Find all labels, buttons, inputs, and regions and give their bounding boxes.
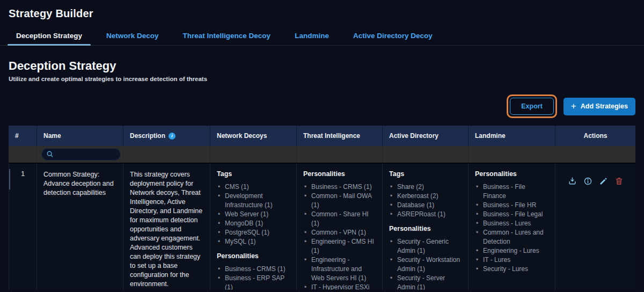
toolbar: Export + Add Strategies [9,94,635,119]
strategies-table: # Name Description i Network Decoys Thre… [9,126,635,290]
tab-threat-intelligence-decoy[interactable]: Threat Intelligence Decoy [174,29,280,45]
cell-list: Business - File FinanceBusiness - File H… [475,182,548,274]
cell-section-title: Personalities [217,252,290,260]
list-item: Kerberoast (2) [389,192,462,201]
row-active-directory-cell: TagsShare (2)Kerberoast (2)Database (1)A… [382,164,468,290]
list-item: Engineering - CMS HI (1) [303,237,376,256]
filter-slot-index [9,146,36,163]
list-item: IT - Hypervisor ESXi (1) [303,283,376,290]
export-button[interactable]: Export [510,98,554,115]
cell-list: Business - CRMS (1)Business - ERP SAP (1… [217,265,290,290]
cell-section-title: Personalities [389,225,462,232]
list-item: Security - Server Admin (1) [389,274,462,290]
cell-list: Share (2)Kerberoast (2)Database (1)ASREP… [389,182,462,219]
list-item: ASREPRoast (1) [389,210,462,219]
list-item: Common - VPN (1) [303,228,376,237]
list-item: Development Infrastructure (1) [217,192,290,210]
add-strategies-label: Add Strategies [581,103,628,110]
add-strategies-button[interactable]: + Add Strategies [564,98,635,115]
strategy-name: Common Strategy: Advance deception and d… [43,170,116,198]
table-row: 1 Common Strategy: Advance deception and… [9,164,635,290]
list-item: IT - Lures [475,256,548,265]
section-header: Deception Strategy Utilize and create op… [9,59,635,82]
list-item: Security - Lures [475,265,548,274]
list-item: Security - Generic Admin (1) [389,237,462,256]
edit-icon[interactable] [599,177,608,186]
filter-slot-actions [555,146,635,163]
list-item: Common - Mail OWA (1) [303,192,376,210]
row-actions-cell [555,164,635,290]
list-item: MySQL (1) [217,237,290,246]
download-icon[interactable] [568,177,577,186]
page-title: Strategy Builder [9,8,635,20]
cell-section-title: Personalities [475,170,548,178]
tab-deception-strategy[interactable]: Deception Strategy [8,29,91,45]
table-filter-row [9,146,635,164]
list-item: Business - CRMS (1) [217,265,290,274]
row-threat-intelligence-cell: PersonalitiesBusiness - CRMS (1)Common -… [296,164,382,290]
tab-bar: Deception Strategy Network Decoy Threat … [0,29,644,46]
list-item: Security - Workstation Admin (1) [389,256,462,274]
column-header-network-decoys: Network Decoys [210,126,296,146]
column-header-description: Description i [123,126,210,146]
cell-list: Business - CRMS (1)Common - Mail OWA (1)… [303,182,376,290]
list-item: Share (2) [389,182,462,192]
name-search-input[interactable] [41,148,121,160]
strategy-description: This strategy covers deployment policy f… [130,170,203,289]
list-item: Common - Share HI (1) [303,210,376,228]
list-item: Business - File Legal [475,210,548,219]
row-index-cell: 1 [9,164,36,290]
info-icon[interactable] [583,177,592,186]
row-description-cell: This strategy covers deployment policy f… [123,164,210,290]
cell-section-title: Personalities [303,170,376,178]
cell-section-title: Tags [217,170,290,178]
cell-section-title: Tags [389,170,462,178]
cell-list: Security - Generic Admin (1)Security - W… [389,237,462,290]
column-header-index: # [9,126,36,146]
column-header-active-directory: Active Directory [382,126,468,146]
list-item: Web Server (1) [217,210,290,219]
list-item: MongoDB (1) [217,219,290,228]
list-item: Common - Lures and Detection [475,228,548,246]
filter-slot-name [36,146,123,163]
list-item: Business - File HR [475,201,548,210]
row-name-cell: Common Strategy: Advance deception and d… [36,164,123,290]
section-subtitle: Utilize and create optimal strategies to… [9,76,635,82]
filter-slot-network-decoys [210,146,296,163]
filter-slot-landmine [468,146,555,163]
row-landmine-cell: PersonalitiesBusiness - File FinanceBusi… [468,164,555,290]
list-item: Database (1) [389,201,462,210]
row-actions [562,170,629,186]
list-item: Engineering - Lures [475,246,548,256]
tab-landmine[interactable]: Landmine [286,29,338,45]
filter-slot-description [123,146,210,163]
column-header-threat-intelligence: Threat Intelligence [296,126,382,146]
export-highlight-ring: Export [507,94,557,118]
row-network-decoys-cell: TagsCMS (1)Development Infrastructure (1… [210,164,296,290]
table-header-row: # Name Description i Network Decoys Thre… [9,126,635,146]
description-info-icon[interactable]: i [169,133,175,140]
tab-network-decoy[interactable]: Network Decoy [98,29,167,45]
list-item: Engineering - Infrastructure and Web Ser… [303,256,376,283]
list-item: PostgreSQL (1) [217,228,290,237]
filter-slot-threat-intelligence [296,146,382,163]
column-header-name: Name [36,126,123,146]
list-item: CMS (1) [217,182,290,192]
plus-icon: + [571,101,576,111]
column-header-actions: Actions [555,126,635,146]
delete-icon[interactable] [614,177,624,186]
list-item: Business - File Finance [475,182,548,201]
cell-list: CMS (1)Development Infrastructure (1)Web… [217,182,290,246]
filter-slot-active-directory [382,146,468,163]
list-item: Business - Lures [475,219,548,228]
list-item: Business - ERP SAP (1) [217,274,290,290]
list-item: Business - CRMS (1) [303,182,376,192]
section-title: Deception Strategy [9,59,635,73]
tab-active-directory-decoy[interactable]: Active Directory Decoy [345,29,441,45]
column-header-landmine: Landmine [468,126,555,146]
name-search-box [41,148,121,160]
column-header-description-label: Description [130,132,165,140]
row-accent-bar [9,169,10,189]
